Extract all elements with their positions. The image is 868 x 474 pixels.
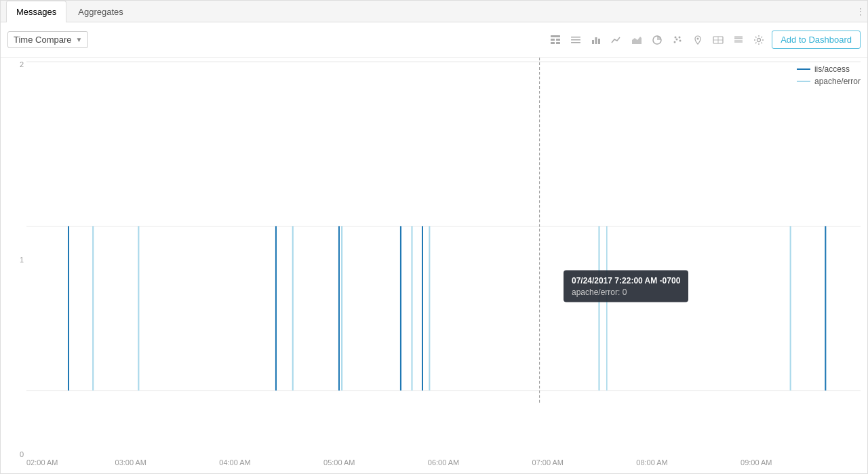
svg-rect-23 bbox=[734, 40, 743, 43]
x-label-0400: 04:00 AM bbox=[219, 458, 250, 467]
x-label-0900: 09:00 AM bbox=[741, 458, 772, 467]
legend-item-iis: iis/access bbox=[797, 64, 861, 74]
toolbar-icons bbox=[547, 31, 768, 49]
y-axis: 2 1 0 bbox=[1, 61, 26, 458]
svg-rect-3 bbox=[551, 42, 555, 44]
chevron-down-icon: ▼ bbox=[75, 36, 82, 43]
svg-point-25 bbox=[757, 38, 761, 41]
y-label-max: 2 bbox=[1, 61, 24, 68]
area-chart-icon[interactable] bbox=[628, 31, 646, 49]
x-label-0200: 02:00 AM bbox=[26, 458, 58, 467]
svg-rect-8 bbox=[592, 40, 594, 44]
svg-point-14 bbox=[676, 38, 678, 40]
svg-rect-2 bbox=[556, 39, 560, 41]
tab-aggregates[interactable]: Aggregates bbox=[68, 1, 134, 22]
svg-rect-22 bbox=[734, 36, 743, 39]
legend-item-apache: apache/error bbox=[797, 77, 861, 86]
x-label-0800: 08:00 AM bbox=[636, 458, 667, 467]
toolbar: Time Compare ▼ bbox=[1, 22, 867, 58]
x-label-0500: 05:00 AM bbox=[323, 458, 355, 467]
x-axis: 02:00 AM 03:00 AM 04:00 AM 05:00 AM 06:0… bbox=[26, 458, 861, 473]
x-label-0700: 07:00 AM bbox=[532, 458, 564, 467]
stack-icon[interactable] bbox=[730, 31, 747, 49]
legend-label-apache: apache/error bbox=[814, 77, 861, 86]
legend-color-iis bbox=[797, 68, 810, 70]
scatter-icon[interactable] bbox=[669, 31, 686, 49]
x-label-0600: 06:00 AM bbox=[428, 458, 459, 467]
svg-rect-0 bbox=[551, 35, 560, 37]
tab-messages[interactable]: Messages bbox=[6, 1, 66, 22]
chart-svg bbox=[26, 58, 861, 458]
svg-rect-9 bbox=[595, 37, 597, 44]
svg-point-16 bbox=[679, 39, 682, 41]
y-label-mid: 1 bbox=[1, 256, 24, 264]
svg-point-15 bbox=[679, 36, 681, 38]
svg-rect-4 bbox=[556, 42, 560, 44]
app-container: Messages Aggregates ⋮ Time Compare ▼ bbox=[0, 0, 868, 474]
legend-label-iis: iis/access bbox=[814, 64, 850, 74]
svg-rect-7 bbox=[571, 42, 580, 43]
location-icon[interactable] bbox=[689, 31, 707, 49]
y-label-min: 0 bbox=[1, 451, 24, 458]
tabs-bar: Messages Aggregates ⋮ bbox=[1, 1, 867, 22]
svg-rect-6 bbox=[571, 39, 580, 41]
svg-point-17 bbox=[675, 36, 677, 38]
svg-rect-5 bbox=[571, 37, 580, 38]
svg-rect-10 bbox=[598, 39, 600, 44]
world-icon[interactable] bbox=[709, 31, 727, 49]
time-compare-button[interactable]: Time Compare ▼ bbox=[7, 31, 88, 48]
drag-handle: ⋮ bbox=[856, 7, 865, 16]
table-icon[interactable] bbox=[547, 31, 564, 49]
svg-point-13 bbox=[674, 41, 676, 43]
bar-chart-icon[interactable] bbox=[587, 31, 605, 49]
pie-chart-icon[interactable] bbox=[648, 31, 666, 49]
add-to-dashboard-button[interactable]: Add to Dashboard bbox=[772, 31, 861, 49]
chart-container: 2 1 0 02:00 AM 03:00 AM 04:00 AM 05:00 A… bbox=[1, 58, 867, 473]
line-chart-icon[interactable] bbox=[608, 31, 625, 49]
x-label-0300: 03:00 AM bbox=[115, 458, 146, 467]
settings-icon[interactable] bbox=[750, 31, 768, 49]
legend: iis/access apache/error bbox=[797, 64, 861, 86]
list-icon[interactable] bbox=[567, 31, 585, 49]
svg-point-18 bbox=[697, 37, 699, 39]
svg-rect-1 bbox=[551, 39, 555, 41]
legend-color-apache bbox=[797, 81, 810, 82]
svg-marker-11 bbox=[632, 37, 642, 44]
